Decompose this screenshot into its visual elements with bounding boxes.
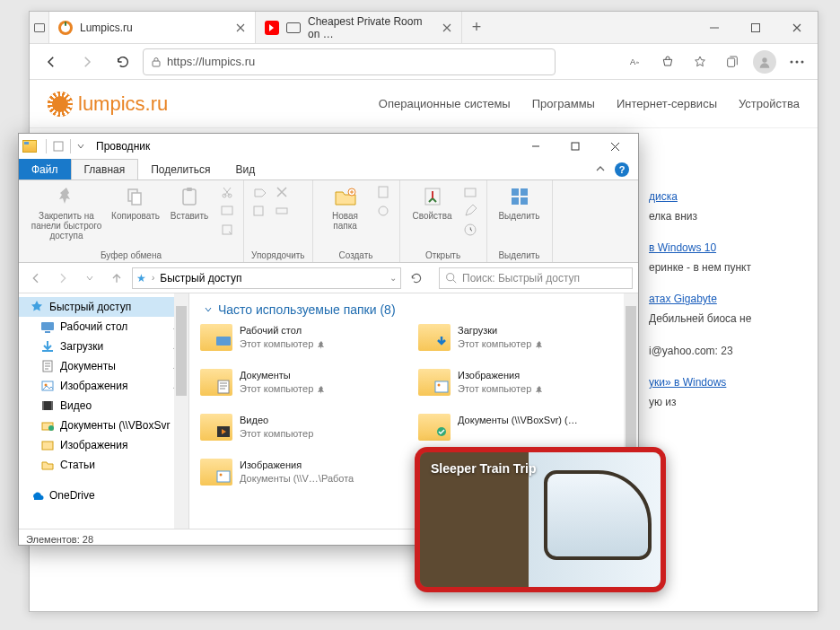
close-button[interactable] [595,134,634,159]
history-button[interactable] [461,222,479,238]
folder-item[interactable]: ИзображенияДокументы (\\V…\Работа [200,459,409,498]
edit-button[interactable] [461,203,479,219]
minimize-button[interactable] [694,12,735,43]
delete-button[interactable] [273,184,291,200]
picture-in-picture[interactable]: Sleeper Train Trip [415,447,666,592]
svg-rect-14 [132,193,141,205]
site-header: lumpics.ru Операционные системы Программ… [30,80,818,128]
easy-access-button[interactable] [374,203,392,219]
tab-actions-button[interactable] [30,12,49,43]
tree-item-pictures[interactable]: Изображения [19,376,188,396]
nav-programs[interactable]: Программы [532,97,595,110]
ribbon-tab-share[interactable]: Поделиться [138,159,223,179]
nav-services[interactable]: Интернет-сервисы [617,97,717,110]
tree-item-desktop[interactable]: Рабочий стол [19,317,188,337]
favorites-button[interactable] [685,48,715,76]
folder-item[interactable]: Рабочий столЭтот компьютер [200,324,409,363]
tree-item-onedrive[interactable]: OneDrive [19,486,188,505]
chevron-down-icon[interactable]: ⌄ [389,273,397,283]
open-button[interactable] [461,184,479,200]
folder-item[interactable]: ЗагрузкиЭтот компьютер [418,324,627,363]
site-logo[interactable]: lumpics.ru [48,92,168,117]
tree-item-netfolder[interactable]: Документы (\\VBoxSvr [19,416,188,435]
svg-point-6 [791,60,793,63]
nav-devices[interactable]: Устройства [739,97,800,110]
collections-button[interactable] [717,48,748,76]
maximize-button[interactable] [735,12,776,43]
svg-rect-32 [521,197,528,205]
group-label: Открыть [407,250,479,260]
refresh-button[interactable] [405,267,428,290]
copy-path-button[interactable] [218,203,236,219]
copy-to-button[interactable] [251,203,269,219]
minimize-button[interactable] [516,134,556,159]
collapse-ribbon-icon[interactable] [595,164,606,175]
star-icon [30,300,44,314]
forward-button[interactable] [71,48,103,76]
new-item-button[interactable] [374,184,392,200]
tree-item-downloads[interactable]: Загрузки [19,337,188,356]
nav-os[interactable]: Операционные системы [379,97,511,110]
close-button[interactable] [776,12,818,43]
new-folder-button[interactable]: Новая папка [320,184,371,231]
tab-label: Cheapest Private Room on … [308,15,434,40]
tree-item-documents[interactable]: Документы [19,356,188,376]
folder-item[interactable]: ВидеоЭтот компьютер [200,414,409,453]
url-input[interactable]: https://lumpics.ru [143,48,556,75]
properties-button[interactable]: Свойства [407,184,458,238]
action-label: Свойства [413,211,452,221]
close-icon[interactable] [235,22,246,33]
close-icon[interactable] [442,22,452,33]
folder-item[interactable]: ИзображенияЭтот компьютер [418,369,627,408]
profile-button[interactable] [749,48,780,76]
scroll-thumb[interactable] [626,306,636,450]
move-to-button[interactable] [251,184,269,200]
help-icon[interactable]: ? [615,162,629,177]
up-button[interactable] [105,267,128,290]
pin-to-quickaccess-button[interactable]: Закрепить на панели быстрого доступа [26,184,107,241]
explorer-titlebar[interactable]: Проводник [19,134,638,159]
ribbon-tab-file[interactable]: Файл [19,159,71,179]
ribbon-tabs: Файл Главная Поделиться Вид ? [19,159,638,180]
paste-shortcut-button[interactable] [218,222,236,238]
tab-lumpics[interactable]: Lumpics.ru [49,12,256,43]
new-tab-button[interactable]: + [462,12,491,43]
rename-button[interactable] [273,203,291,219]
maximize-button[interactable] [556,134,595,159]
recent-dropdown[interactable] [78,267,101,290]
tree-item-star[interactable]: Быстрый доступ [19,297,188,317]
ribbon-tab-view[interactable]: Вид [223,159,267,179]
tree-item-pictures2[interactable]: Изображения [19,435,188,455]
qat-dropdown-icon[interactable] [76,142,85,151]
snippet-link[interactable]: диска [649,190,678,203]
tree-item-video[interactable]: Видео [19,396,188,416]
section-header[interactable]: Часто используемые папки (8) [189,293,638,324]
scroll-thumb[interactable] [176,306,187,396]
back-button[interactable] [35,48,67,76]
tree-item-folder[interactable]: Статьи [19,455,188,475]
snippet-link[interactable]: уки» в Windows [649,376,726,389]
copy-button[interactable]: Копировать [110,184,161,241]
back-button[interactable] [24,267,48,290]
qat-properties-icon[interactable] [52,140,65,153]
cut-button[interactable] [218,184,236,200]
folder-name: Изображения [240,459,354,472]
shopping-button[interactable] [652,48,683,76]
search-input[interactable]: Поиск: Быстрый доступ [439,267,633,289]
menu-button[interactable] [782,48,812,76]
svg-rect-47 [435,381,448,392]
folder-item[interactable]: ДокументыЭтот компьютер [200,369,409,408]
refresh-button[interactable] [107,48,139,76]
breadcrumb[interactable]: ★ › Быстрый доступ ⌄ [132,267,401,289]
svg-point-7 [796,60,799,63]
action-label: Копировать [111,211,160,221]
scrollbar[interactable] [174,293,188,529]
tab-youtube[interactable]: Cheapest Private Room on … [256,12,462,43]
ribbon-tab-home[interactable]: Главная [71,159,139,179]
snippet-link[interactable]: атах Gigabyte [649,293,717,305]
paste-button[interactable]: Вставить [164,184,214,241]
forward-button[interactable] [51,267,74,290]
snippet-link[interactable]: в Windows 10 [649,241,716,254]
reading-mode-button[interactable]: A» [620,48,651,76]
select-button[interactable]: Выделить [494,184,545,221]
